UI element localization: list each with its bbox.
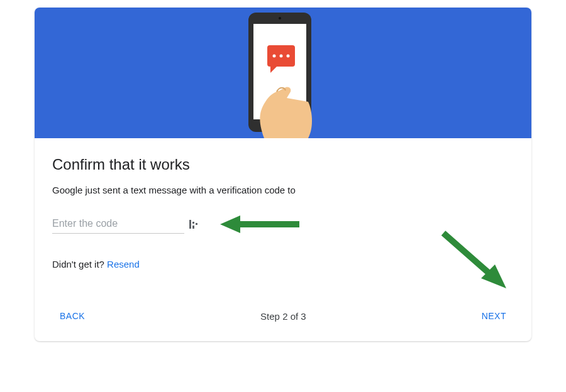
instruction-text: Google just sent a text message with a v… [52, 185, 514, 195]
resend-line: Didn't get it? Resend [52, 259, 514, 270]
resend-prompt: Didn't get it? [52, 259, 107, 270]
annotation-arrow-input [219, 212, 301, 237]
svg-point-5 [280, 55, 283, 58]
password-manager-icon[interactable] [189, 219, 198, 229]
svg-point-6 [287, 55, 290, 58]
footer-bar: BACK Step 2 of 3 NEXT [52, 301, 514, 332]
content-area: Confirm that it works Google just sent a… [35, 138, 531, 341]
back-button[interactable]: BACK [52, 306, 92, 326]
phone-hand-illustration [214, 8, 352, 138]
svg-point-2 [279, 17, 281, 19]
code-input[interactable] [52, 214, 184, 234]
page-title: Confirm that it works [52, 156, 514, 173]
step-indicator: Step 2 of 3 [260, 311, 306, 322]
illustration-banner [35, 8, 531, 138]
svg-rect-8 [192, 222, 194, 224]
svg-rect-7 [189, 220, 191, 229]
next-button[interactable]: NEXT [474, 306, 514, 326]
svg-point-4 [273, 55, 276, 58]
svg-marker-12 [220, 215, 240, 233]
code-input-row [52, 214, 514, 234]
verification-card: Confirm that it works Google just sent a… [35, 8, 531, 341]
svg-rect-9 [192, 226, 194, 229]
resend-link[interactable]: Resend [107, 259, 140, 270]
svg-line-13 [443, 233, 495, 278]
svg-rect-10 [196, 223, 197, 225]
